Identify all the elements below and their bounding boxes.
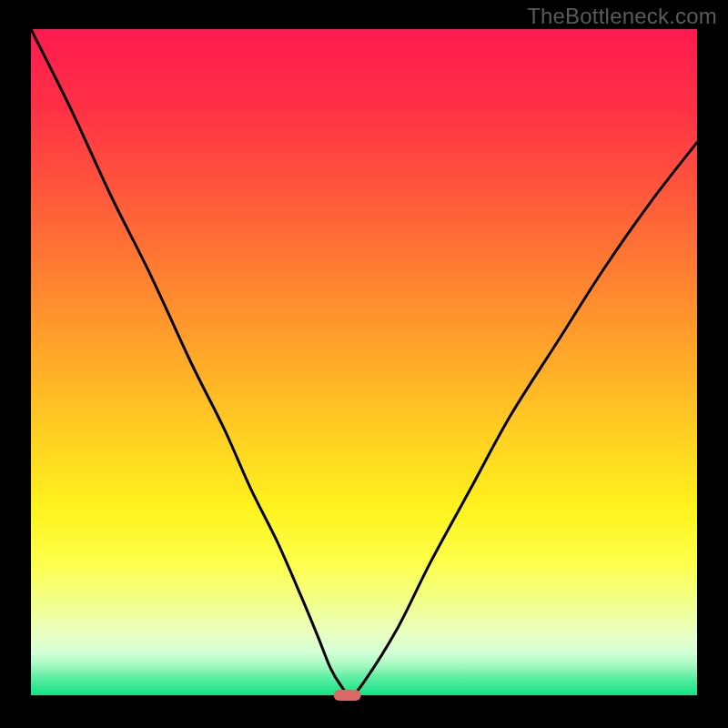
chart-container: TheBottleneck.com (0, 0, 728, 728)
optimal-marker (334, 690, 361, 701)
bottleneck-chart (0, 0, 728, 728)
plot-background (31, 29, 697, 695)
watermark-text: TheBottleneck.com (527, 4, 717, 29)
